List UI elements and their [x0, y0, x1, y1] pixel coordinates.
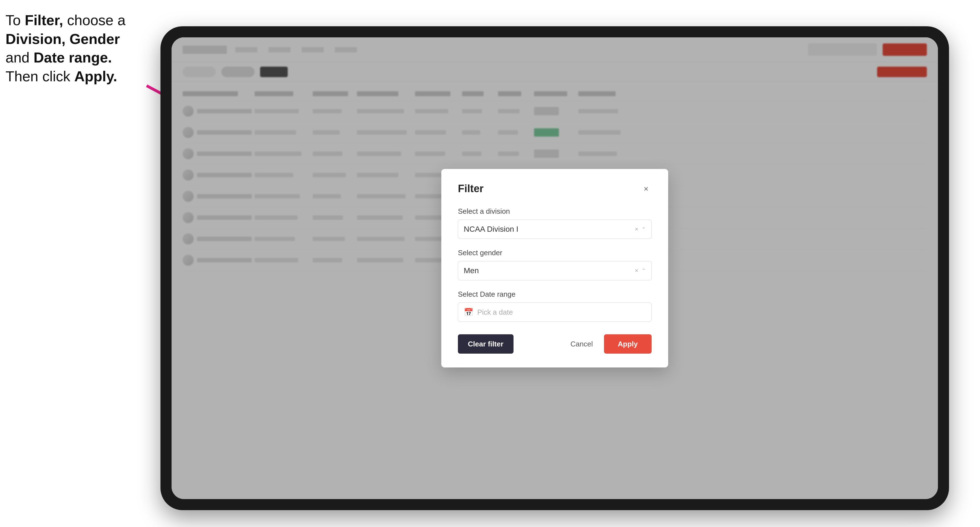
bold-division-gender: Division, Gender [6, 31, 120, 47]
close-icon: × [644, 184, 649, 194]
modal-footer: Clear filter Cancel Apply [458, 334, 652, 354]
division-chevron-icon[interactable]: ⌃ [642, 226, 646, 232]
division-label: Select a division [458, 207, 652, 216]
modal-title: Filter [458, 183, 484, 195]
gender-clear-icon[interactable]: × [633, 266, 640, 275]
gender-select-actions: × ⌃ [633, 266, 646, 275]
bold-date-range: Date range. [33, 49, 112, 65]
date-input[interactable]: 📅 Pick a date [458, 303, 652, 322]
division-value: NCAA Division I [464, 225, 519, 233]
division-form-group: Select a division NCAA Division I × ⌃ [458, 207, 652, 239]
modal-header: Filter × [458, 183, 652, 195]
modal-close-button[interactable]: × [641, 183, 652, 194]
calendar-icon: 📅 [464, 308, 473, 317]
tablet-frame: Filter × Select a division NCAA Division… [161, 26, 949, 510]
filter-modal: Filter × Select a division NCAA Division… [441, 169, 668, 367]
modal-footer-right: Cancel Apply [565, 334, 652, 354]
gender-select[interactable]: Men × ⌃ [458, 261, 652, 280]
modal-overlay: Filter × Select a division NCAA Division… [172, 37, 938, 499]
gender-form-group: Select gender Men × ⌃ [458, 249, 652, 280]
apply-button[interactable]: Apply [604, 334, 652, 354]
division-select-wrapper[interactable]: NCAA Division I × ⌃ [458, 219, 652, 239]
division-select[interactable]: NCAA Division I × ⌃ [458, 219, 652, 239]
gender-value: Men [464, 266, 479, 275]
clear-filter-button[interactable]: Clear filter [458, 334, 514, 354]
date-label: Select Date range [458, 290, 652, 298]
cancel-button[interactable]: Cancel [565, 334, 598, 354]
bold-apply: Apply. [75, 68, 117, 84]
tablet-screen: Filter × Select a division NCAA Division… [172, 37, 938, 499]
division-clear-icon[interactable]: × [633, 224, 640, 234]
date-form-group: Select Date range 📅 Pick a date [458, 290, 652, 322]
gender-label: Select gender [458, 249, 652, 257]
date-placeholder-text: Pick a date [477, 308, 513, 317]
bold-filter: Filter, [25, 12, 63, 28]
gender-chevron-icon[interactable]: ⌃ [642, 268, 646, 274]
instruction-block: To Filter, choose a Division, Gender and… [6, 11, 150, 86]
gender-select-wrapper[interactable]: Men × ⌃ [458, 261, 652, 280]
division-select-actions: × ⌃ [633, 224, 646, 234]
